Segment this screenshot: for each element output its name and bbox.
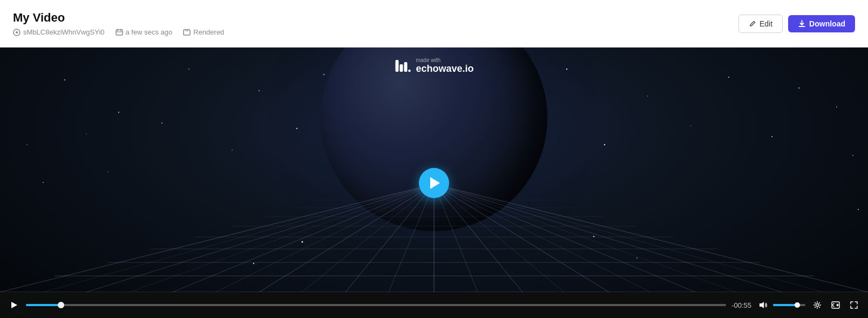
volume-thumb [795,302,800,308]
svg-rect-2 [116,30,123,35]
svg-marker-76 [760,302,764,308]
svg-point-28 [604,144,605,145]
video-id: sMbLC8ekziWhnVwgSYi0 [23,28,105,36]
time-display: -00:55 [731,301,751,309]
header-left: My Video sMbLC8ekziWhnVwgSYi0 [13,11,224,36]
svg-point-10 [64,79,65,80]
download-icon [798,19,806,28]
svg-point-32 [107,171,109,172]
svg-point-18 [647,96,648,97]
volume-button[interactable] [757,299,770,312]
svg-point-14 [323,74,325,76]
svg-point-19 [728,77,729,78]
play-pause-button[interactable] [8,299,21,312]
fullscreen-button[interactable] [847,299,860,312]
meta-status: Rendered [183,28,224,36]
svg-point-23 [232,150,233,151]
svg-point-22 [161,123,162,124]
svg-point-30 [771,136,772,137]
settings-icon [813,301,822,309]
watermark-brand: echowave.io [416,63,473,75]
watermark-sub: made with [416,57,473,63]
video-scene: made with echowave.io [0,48,868,318]
svg-point-29 [690,125,691,126]
play-ctrl-icon [10,301,18,309]
svg-point-33 [836,106,837,107]
svg-marker-75 [11,302,17,308]
svg-point-12 [188,69,189,70]
clock-icon [116,29,123,36]
share-icon [831,301,840,309]
svg-point-20 [798,87,799,89]
volume-icon [759,301,768,309]
svg-point-17 [566,69,567,70]
volume-bar[interactable] [773,304,805,306]
svg-rect-74 [408,70,410,72]
svg-point-11 [118,112,119,113]
volume-control [757,299,805,312]
fullscreen-icon [850,301,858,309]
edit-icon [749,20,756,28]
svg-rect-6 [184,30,190,35]
header: My Video sMbLC8ekziWhnVwgSYi0 [0,0,868,48]
edit-button[interactable]: Edit [738,15,783,33]
status-badge: Rendered [193,28,224,36]
progress-thumb [58,302,64,308]
share-button[interactable] [829,299,842,312]
grid-svg [0,184,868,292]
progress-fill [26,304,61,306]
svg-point-34 [852,155,853,156]
watermark-logo-icon [394,57,411,75]
download-button[interactable]: Download [788,15,855,32]
meta-id: sMbLC8ekziWhnVwgSYi0 [13,28,105,36]
svg-point-1 [16,31,18,33]
svg-point-31 [43,182,44,183]
svg-point-77 [816,304,819,307]
timestamp: a few secs ago [126,28,173,36]
svg-point-24 [296,128,297,129]
svg-point-13 [259,90,260,91]
svg-rect-72 [399,64,403,72]
video-player[interactable]: made with echowave.io -00:55 [0,48,868,318]
rendered-icon [183,29,191,36]
controls-bar: -00:55 [0,292,868,318]
watermark-text-area: made with echowave.io [416,57,473,75]
grid-floor [0,184,868,292]
progress-bar[interactable] [26,304,726,306]
settings-button[interactable] [811,299,824,312]
meta-row: sMbLC8ekziWhnVwgSYi0 a few secs ago [13,28,224,36]
id-icon [13,29,21,36]
play-button[interactable] [419,168,449,198]
volume-fill [773,304,797,306]
play-triangle-icon [430,177,440,189]
svg-rect-71 [395,60,398,72]
page-title: My Video [13,11,224,25]
watermark: made with echowave.io [394,57,473,75]
meta-timestamp: a few secs ago [116,28,173,36]
svg-point-21 [86,133,87,134]
svg-rect-73 [404,62,407,72]
header-actions: Edit Download [738,15,855,33]
svg-point-35 [26,144,28,145]
